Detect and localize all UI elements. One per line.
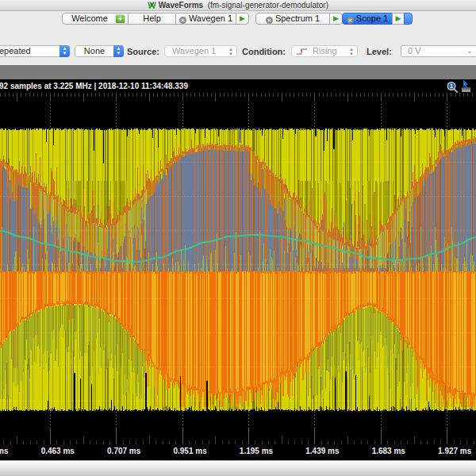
svg-text:1.927 ms: 1.927 ms [438,447,472,455]
svg-text:0.707 ms: 0.707 ms [107,447,141,455]
svg-text:1.439 ms: 1.439 ms [305,447,340,455]
svg-text:0.463 ms: 0.463 ms [41,447,75,455]
svg-text:0.219 ms: 0.219 ms [0,447,9,455]
svg-text:1.195 ms: 1.195 ms [240,447,274,455]
svg-text:1.683 ms: 1.683 ms [372,447,406,455]
svg-text:1: 1 [450,83,453,89]
svg-text:92 samples at 3.225 MHz | 2018: 92 samples at 3.225 MHz | 2018-12-10 11:… [0,82,188,90]
svg-text:0.951 ms: 0.951 ms [173,447,207,455]
